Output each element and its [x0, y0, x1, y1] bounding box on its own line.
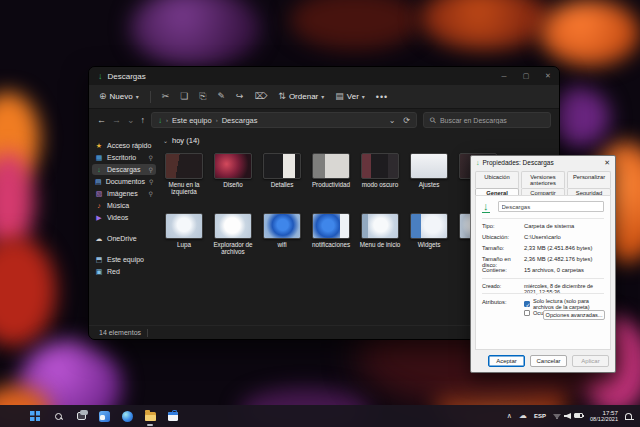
more-options-button[interactable]: ••• [376, 92, 388, 102]
sidebar-item-desktop[interactable]: ▦ Escritorio ⚲ [92, 152, 156, 163]
videos-icon: ▶ [95, 214, 103, 221]
edge-button[interactable] [120, 409, 134, 423]
cancel-button[interactable]: Cancelar [530, 355, 567, 367]
file-tile[interactable]: Detalles [259, 153, 305, 196]
downloads-icon: ↓ [98, 72, 103, 81]
sidebar-item-pictures[interactable]: ▧ Imágenes ⚲ [92, 188, 156, 199]
dialog-title: Propiedades: Descargas [483, 159, 554, 166]
tab-versiones-anteriores[interactable]: Versiones anteriores [521, 171, 565, 188]
task-view-button[interactable] [74, 409, 88, 423]
forward-icon[interactable]: → [112, 116, 121, 125]
sidebar-item-downloads[interactable]: ↓ Descargas ⚲ [92, 164, 156, 175]
view-button[interactable]: ▤ Ver ▾ [335, 92, 365, 101]
file-tile[interactable]: Diseño [210, 153, 256, 196]
language-indicator[interactable]: ESP [534, 413, 546, 419]
sidebar-item-onedrive[interactable]: ☁ OneDrive [92, 233, 156, 244]
explorer-titlebar[interactable]: ↓ Descargas ─ ▢ ✕ [89, 67, 559, 85]
battery-icon [574, 413, 583, 418]
divider [150, 91, 151, 103]
dialog-titlebar[interactable]: ↓ Propiedades: Descargas ✕ [471, 156, 615, 169]
store-icon [168, 412, 178, 421]
widgets-icon [99, 411, 110, 422]
notification-bell-icon[interactable] [625, 413, 632, 419]
minimize-button[interactable]: ─ [493, 67, 515, 85]
breadcrumb-downloads[interactable]: Descargas [222, 116, 258, 125]
address-dropdown-icon[interactable]: ⌄ [389, 116, 396, 125]
paste-icon[interactable]: ⎘ [199, 92, 206, 101]
sort-button[interactable]: ⇅ Ordenar ▾ [278, 92, 324, 101]
file-tile[interactable]: Menu en la izquierda [161, 153, 207, 196]
sidebar-item-network[interactable]: ▣ Red [92, 266, 156, 277]
cloud-icon: ☁ [95, 235, 103, 242]
share-icon[interactable]: ↪ [236, 92, 244, 101]
folder-name-input[interactable] [498, 201, 605, 212]
field-tipo: Tipo:Carpeta de sistema [482, 223, 606, 229]
tab-ubicacion[interactable]: Ubicación [475, 171, 519, 188]
navigation-pane: ★ Acceso rápido ▦ Escritorio ⚲ ↓ Descarg… [89, 131, 159, 325]
file-tile[interactable]: Widgets [406, 213, 452, 256]
rename-icon[interactable]: ✎ [218, 92, 226, 101]
sidebar-item-videos[interactable]: ▶ Videos [92, 212, 156, 223]
quick-settings[interactable] [553, 413, 583, 419]
breadcrumb[interactable]: ↓ › Este equipo › Descargas ⌄ ⟳ [151, 112, 417, 128]
back-icon[interactable]: ← [97, 116, 106, 125]
pin-icon: ⚲ [149, 190, 153, 197]
readonly-label: Solo lectura (solo para archivos de la c… [533, 298, 606, 310]
store-button[interactable] [166, 409, 180, 423]
widgets-button[interactable] [97, 409, 111, 423]
onedrive-tray-icon[interactable]: ☁ [519, 411, 527, 420]
sidebar-item-music[interactable]: ♪ Música [92, 200, 156, 211]
file-thumbnail [263, 153, 301, 179]
file-tile[interactable]: Lupa [161, 213, 207, 256]
tray-overflow-chevron-icon[interactable]: ∧ [507, 412, 512, 420]
field-contiene: Contiene:15 archivos, 0 carpetas [482, 267, 606, 273]
apply-button[interactable]: Aplicar [572, 355, 609, 367]
file-explorer-button[interactable] [143, 409, 157, 423]
sidebar-item-documents[interactable]: ▤ Documentos ⚲ [92, 176, 156, 187]
close-icon[interactable]: ✕ [604, 159, 610, 167]
file-tile[interactable]: notificaciones [308, 213, 354, 256]
new-button[interactable]: ⊕ Nuevo ▾ [99, 92, 139, 101]
field-ubicacion: Ubicación:C:\Users\carlo [482, 234, 606, 240]
refresh-icon[interactable]: ⟳ [403, 116, 410, 125]
computer-icon: ⬒ [95, 256, 103, 263]
up-icon[interactable]: ↑ [141, 116, 146, 125]
search-box[interactable]: ⚲ [423, 112, 551, 128]
search-input[interactable] [440, 117, 544, 124]
file-tile[interactable]: wifi [259, 213, 305, 256]
file-tile[interactable]: modo oscuro [357, 153, 403, 196]
view-icon: ▤ [335, 92, 344, 101]
file-thumbnail [312, 213, 350, 239]
file-tile[interactable]: Menu de inicio [357, 213, 403, 256]
clock[interactable]: 17:57 08/12/2021 [590, 409, 618, 423]
file-tile[interactable]: Explorador de archivos [210, 213, 256, 256]
delete-icon[interactable]: ⌦ [255, 92, 268, 101]
taskbar-search-button[interactable] [51, 409, 65, 423]
copy-icon[interactable]: ❏ [180, 92, 188, 101]
items-count: 14 elementos [99, 329, 141, 336]
breadcrumb-this-pc[interactable]: Este equipo [172, 116, 212, 125]
close-button[interactable]: ✕ [537, 67, 559, 85]
advanced-options-button[interactable]: Opciones avanzadas... [543, 310, 605, 320]
start-button[interactable] [28, 409, 42, 423]
file-thumbnail [410, 153, 448, 179]
downloads-icon: ↓ [476, 159, 480, 166]
file-tile[interactable]: Productividad [308, 153, 354, 196]
new-icon: ⊕ [99, 92, 107, 101]
ok-button[interactable]: Aceptar [488, 355, 525, 367]
readonly-checkbox[interactable] [524, 301, 530, 307]
recent-locations-icon[interactable]: ⌄ [127, 116, 135, 125]
file-thumbnail [165, 213, 203, 239]
tab-personalizar[interactable]: Personalizar [567, 171, 611, 188]
file-thumbnail [214, 213, 252, 239]
maximize-button[interactable]: ▢ [515, 67, 537, 85]
cut-icon[interactable]: ✂ [162, 92, 170, 101]
file-tile[interactable]: Ajustes [406, 153, 452, 196]
group-header-today[interactable]: ⌄ hoy (14) [163, 136, 200, 145]
sidebar-item-quick-access[interactable]: ★ Acceso rápido [92, 140, 156, 151]
pin-icon: ⚲ [149, 154, 153, 161]
sidebar-item-this-pc[interactable]: ⬒ Este equipo [92, 254, 156, 265]
properties-dialog: ↓ Propiedades: Descargas ✕ Ubicación Ver… [470, 155, 616, 373]
time: 17:57 [590, 409, 618, 416]
hidden-checkbox[interactable] [524, 310, 530, 316]
